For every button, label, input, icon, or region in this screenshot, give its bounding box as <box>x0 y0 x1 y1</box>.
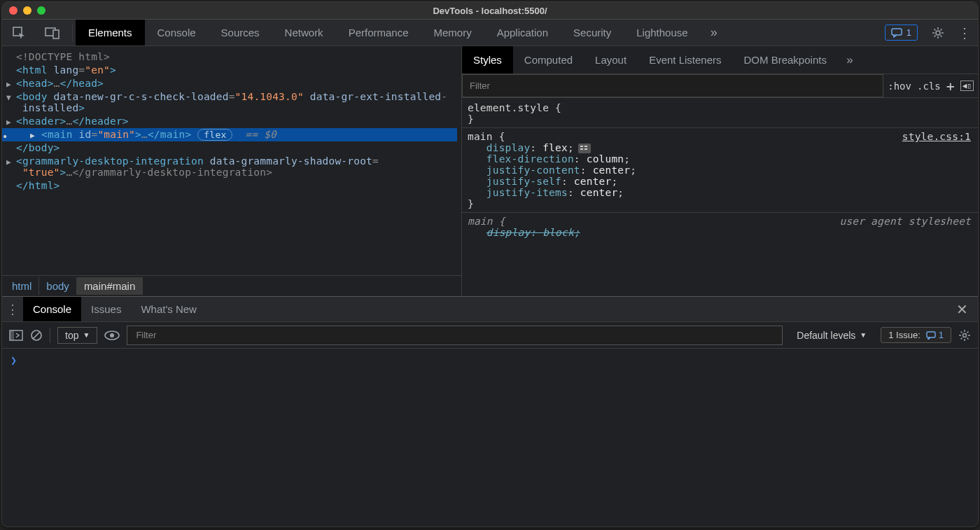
dom-breadcrumbs: html body main#main <box>2 275 461 296</box>
console-settings-icon[interactable] <box>958 329 971 342</box>
tab-lighthouse[interactable]: Lighthouse <box>624 20 700 46</box>
styles-tabs: Styles Computed Layout Event Listeners D… <box>462 46 978 74</box>
dom-line-doctype[interactable]: <!DOCTYPE html> <box>16 50 457 64</box>
messages-badge[interactable]: 1 <box>885 25 918 41</box>
dom-line-grammarly-open[interactable]: ▶<grammarly-desktop-integration data-gra… <box>16 155 457 179</box>
new-style-rule-icon[interactable]: + <box>946 78 955 95</box>
flex-badge[interactable]: flex <box>197 129 232 141</box>
crumb-html[interactable]: html <box>5 277 39 295</box>
tab-elements[interactable]: Elements <box>76 20 145 46</box>
svg-rect-11 <box>927 332 935 337</box>
dom-tree[interactable]: <!DOCTYPE html> <html lang="en"> ▶<head>… <box>2 46 461 275</box>
more-menu-icon[interactable]: ⋮ <box>951 25 978 41</box>
dom-line-body-close[interactable]: </body> <box>16 141 457 155</box>
live-expression-icon[interactable] <box>104 330 120 340</box>
svg-rect-3 <box>892 29 902 35</box>
tab-security[interactable]: Security <box>561 20 624 46</box>
dom-line-main-selected[interactable]: •••▶<main id="main">…</main> flex == $0 <box>2 128 457 141</box>
more-tabs-icon[interactable]: » <box>701 20 727 46</box>
log-levels-select[interactable]: Default levels ▼ <box>790 328 874 343</box>
drawer-tab-whatsnew[interactable]: What's New <box>131 297 206 321</box>
drawer-tab-console[interactable]: Console <box>23 297 81 321</box>
messages-count: 1 <box>906 27 911 38</box>
svg-line-8 <box>33 332 40 339</box>
inspect-element-icon[interactable] <box>2 20 36 46</box>
elements-panel: <!DOCTYPE html> <html lang="en"> ▶<head>… <box>2 46 462 296</box>
console-body[interactable]: ❯ <box>2 349 978 526</box>
elements-split: <!DOCTYPE html> <html lang="en"> ▶<head>… <box>2 46 978 296</box>
devtools-window: DevTools - localhost:5500/ Elements Cons… <box>1 1 979 527</box>
svg-point-10 <box>110 333 114 337</box>
crumb-main[interactable]: main#main <box>77 277 143 295</box>
user-agent-source: user agent stylesheet <box>839 216 971 227</box>
dom-line-head[interactable]: ▶<head>…</head> <box>16 77 457 90</box>
styles-panel: Styles Computed Layout Event Listeners D… <box>462 46 978 296</box>
svg-point-4 <box>936 31 940 35</box>
main-toolbar: Elements Console Sources Network Perform… <box>2 20 978 46</box>
tab-event-listeners[interactable]: Event Listeners <box>638 46 732 74</box>
tab-dom-breakpoints[interactable]: DOM Breakpoints <box>733 46 838 74</box>
title-bar: DevTools - localhost:5500/ <box>2 2 978 20</box>
tab-computed[interactable]: Computed <box>513 46 584 74</box>
hov-toggle[interactable]: :hov <box>888 81 911 92</box>
tab-layout[interactable]: Layout <box>584 46 638 74</box>
tab-performance[interactable]: Performance <box>336 20 421 46</box>
svg-rect-2 <box>53 30 59 39</box>
tab-network[interactable]: Network <box>272 20 336 46</box>
drawer-close-icon[interactable]: ✕ <box>946 301 978 318</box>
issues-badge[interactable]: 1 Issue: 1 <box>881 327 951 343</box>
drawer-more-icon[interactable]: ⋮ <box>2 302 23 317</box>
styles-filter-input[interactable]: Filter <box>462 74 883 97</box>
console-prompt-icon: ❯ <box>10 354 17 367</box>
window-title: DevTools - localhost:5500/ <box>2 6 978 16</box>
svg-rect-6 <box>10 330 14 340</box>
console-toolbar: top ▼ Filter Default levels ▼ 1 Issue: 1 <box>2 322 978 349</box>
console-filter-input[interactable]: Filter <box>127 326 783 345</box>
tab-memory[interactable]: Memory <box>421 20 484 46</box>
device-toolbar-icon[interactable] <box>36 20 69 46</box>
clear-console-icon[interactable] <box>30 329 43 342</box>
tab-application[interactable]: Application <box>484 20 561 46</box>
dom-line-header[interactable]: ▶<header>…</header> <box>16 115 457 128</box>
crumb-body[interactable]: body <box>39 277 77 295</box>
tab-styles[interactable]: Styles <box>462 46 513 74</box>
settings-icon[interactable] <box>925 26 951 40</box>
tab-sources[interactable]: Sources <box>209 20 272 46</box>
console-sidebar-icon[interactable] <box>9 330 23 341</box>
cls-toggle[interactable]: .cls <box>917 81 941 92</box>
dom-line-html-open[interactable]: <html lang="en"> <box>16 64 457 77</box>
dom-line-html-close[interactable]: </html> <box>16 179 457 193</box>
flex-editor-icon[interactable] <box>578 144 591 153</box>
console-drawer: ⋮ Console Issues What's New ✕ top ▼ Filt… <box>2 296 978 526</box>
css-rules[interactable]: element.style { } main {style.css:1 disp… <box>462 98 978 296</box>
styles-filter-row: Filter :hov .cls + ◀▯ <box>462 74 978 98</box>
drawer-tab-issues[interactable]: Issues <box>81 297 131 321</box>
svg-point-12 <box>963 333 967 337</box>
toggle-sidebar-icon[interactable]: ◀▯ <box>960 81 974 91</box>
more-styles-tabs-icon[interactable]: » <box>838 53 862 67</box>
dom-line-body-open[interactable]: ▼<body data-new-gr-c-s-check-loaded="14.… <box>16 90 457 115</box>
drawer-tabs: ⋮ Console Issues What's New ✕ <box>2 297 978 322</box>
tab-console[interactable]: Console <box>145 20 209 46</box>
source-link[interactable]: style.css:1 <box>902 131 971 142</box>
execution-context-select[interactable]: top ▼ <box>57 327 97 344</box>
